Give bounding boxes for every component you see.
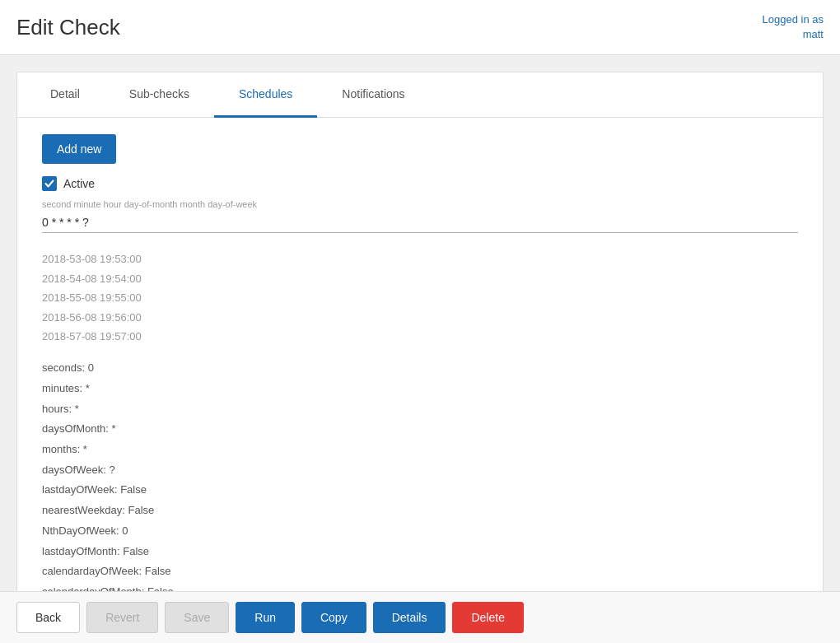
page-title: Edit Check [16,15,120,40]
tab-content: Add new Active second minute hour day-of… [17,118,823,643]
field-days-of-week: daysOfWeek: ? [42,460,798,481]
user-info: Logged in as matt [763,12,824,42]
field-minutes: minutes: * [42,379,798,399]
save-button: Save [165,602,229,633]
cron-hint: second minute hour day-of-month month da… [42,199,798,209]
tab-detail[interactable]: Detail [26,72,105,118]
field-calendarday-of-week: calendardayOfWeek: False [42,561,798,582]
tab-bar: Detail Sub-checks Schedules Notification… [17,72,823,118]
field-months: months: * [42,440,798,460]
back-button[interactable]: Back [16,602,80,633]
field-nth-day: NthDayOfWeek: 0 [42,521,798,542]
field-lastday-of-month: lastdayOfMonth: False [42,542,798,562]
tab-notifications[interactable]: Notifications [317,72,429,118]
active-row: Active [42,176,798,191]
page-header: Edit Check Logged in as matt [0,0,840,55]
main-panel: Detail Sub-checks Schedules Notification… [16,72,824,643]
copy-button[interactable]: Copy [301,602,366,633]
field-hours: hours: * [42,399,798,420]
schedule-time-3: 2018-55-08 19:55:00 [42,288,798,307]
revert-button: Revert [86,602,158,633]
add-new-button[interactable]: Add new [42,134,116,164]
tab-sub-checks[interactable]: Sub-checks [105,72,214,118]
field-seconds: seconds: 0 [42,358,798,379]
cron-input[interactable] [42,212,798,233]
field-lastday-of-week: lastdayOfWeek: False [42,480,798,501]
tab-schedules[interactable]: Schedules [214,72,317,118]
schedule-times: 2018-53-08 19:53:00 2018-54-08 19:54:00 … [42,249,798,346]
footer-bar: Back Revert Save Run Copy Details Delete [0,591,840,643]
schedule-time-4: 2018-56-08 19:56:00 [42,308,798,327]
field-days-of-month: daysOfMonth: * [42,419,798,440]
active-label: Active [63,177,95,190]
schedule-time-5: 2018-57-08 19:57:00 [42,327,798,346]
field-nearest-weekday: nearestWeekday: False [42,501,798,521]
user-line2: matt [803,28,824,40]
run-button[interactable]: Run [236,602,295,633]
schedule-details: seconds: 0 minutes: * hours: * daysOfMon… [42,358,798,622]
schedule-time-1: 2018-53-08 19:53:00 [42,249,798,268]
schedule-time-2: 2018-54-08 19:54:00 [42,269,798,288]
details-button[interactable]: Details [373,602,446,633]
user-line1: Logged in as [763,13,824,26]
active-checkbox[interactable] [42,176,57,191]
delete-button[interactable]: Delete [452,602,523,633]
